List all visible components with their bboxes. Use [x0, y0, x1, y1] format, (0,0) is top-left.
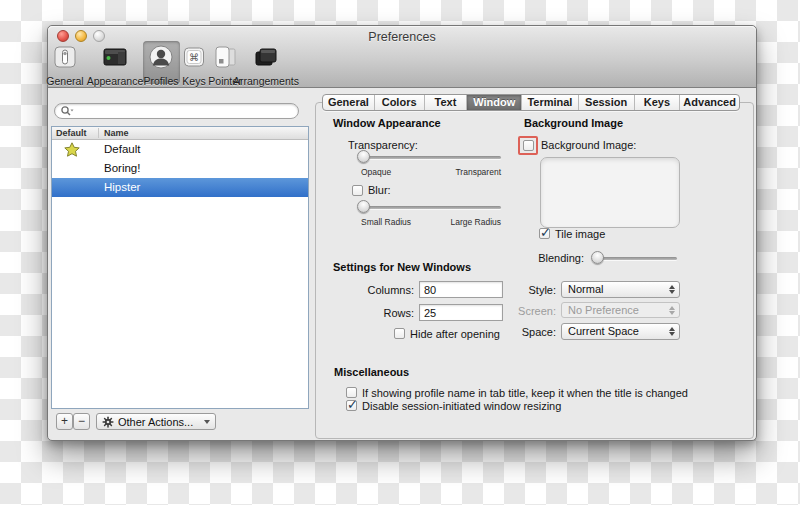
profile-name: Default — [104, 140, 140, 159]
space-label: Space: — [490, 326, 556, 338]
background-image-label: Background Image: — [541, 139, 636, 151]
transparency-slider[interactable] — [359, 156, 501, 159]
disable-resizing-label: Disable session-initiated window resizin… — [362, 400, 561, 412]
preferences-window: Preferences General Appearance Profiles — [47, 25, 757, 441]
remove-profile-button[interactable]: − — [73, 413, 90, 430]
transparency-min-label: Opaque — [361, 167, 391, 177]
screen-popup: No Preference — [561, 302, 680, 318]
transparency-max-label: Transparent — [431, 167, 501, 177]
rows-label: Rows: — [348, 307, 414, 319]
checkmark-icon: ✓ — [347, 397, 358, 412]
columns-label: Columns: — [348, 284, 414, 296]
popup-stepper-icon — [669, 327, 675, 336]
column-header-name[interactable]: Name — [104, 127, 129, 139]
gear-icon — [102, 416, 114, 428]
popup-stepper-icon — [669, 285, 675, 294]
checkmark-icon: ✓ — [540, 225, 551, 240]
table-row-default[interactable]: Default — [52, 140, 308, 159]
profiles-list-header[interactable]: Default Name — [52, 127, 308, 140]
dropdown-arrow-icon — [204, 420, 210, 424]
tile-image-checkbox[interactable]: ✓ — [539, 228, 550, 239]
blur-checkbox[interactable] — [352, 185, 363, 196]
tab-text[interactable]: Text — [424, 95, 467, 110]
arrangements-icon — [253, 44, 279, 70]
blur-label: Blur: — [368, 184, 391, 196]
profile-name: Hipster — [104, 178, 140, 197]
hide-after-opening-label: Hide after opening — [410, 328, 500, 340]
tab-colors[interactable]: Colors — [374, 95, 424, 110]
toolbar-item-arrangements[interactable]: Arrangements — [221, 44, 311, 87]
search-icon — [60, 105, 74, 117]
blur-min-label: Small Radius — [361, 217, 411, 227]
title-bar[interactable]: Preferences General Appearance Profiles — [48, 26, 756, 88]
table-row-hipster-selected[interactable]: Hipster — [52, 178, 308, 197]
blending-slider-knob[interactable] — [591, 251, 604, 264]
tab-terminal[interactable]: Terminal — [521, 95, 578, 110]
tab-session[interactable]: Session — [578, 95, 634, 110]
screen-popup-value: No Preference — [568, 304, 639, 316]
transparent-desktop-background: Preferences General Appearance Profiles — [0, 0, 800, 505]
transparency-slider-knob[interactable] — [357, 150, 370, 163]
new-windows-heading: Settings for New Windows — [333, 261, 471, 273]
blur-slider[interactable] — [359, 206, 501, 209]
space-popup-value: Current Space — [568, 325, 639, 337]
window-appearance-heading: Window Appearance — [333, 117, 441, 129]
column-header-default[interactable]: Default — [56, 127, 87, 139]
column-divider — [98, 128, 99, 138]
screen-label: Screen: — [490, 305, 556, 317]
tab-bar: General Colors Text Window Terminal Sess… — [322, 94, 740, 111]
blur-slider-knob[interactable] — [357, 200, 370, 213]
other-actions-label: Other Actions... — [118, 416, 193, 428]
tab-general[interactable]: General — [323, 95, 374, 110]
transparency-label: Transparency: — [348, 139, 418, 151]
tile-image-label: Tile image — [555, 228, 605, 240]
space-popup[interactable]: Current Space — [561, 323, 680, 340]
table-row-boring[interactable]: Boring! — [52, 159, 308, 178]
hide-after-opening-checkbox[interactable] — [394, 328, 405, 339]
style-label: Style: — [490, 284, 556, 296]
tab-advanced[interactable]: Advanced — [679, 95, 739, 110]
style-popup[interactable]: Normal — [561, 281, 680, 298]
search-input[interactable] — [76, 105, 298, 117]
other-actions-button[interactable]: Other Actions... — [96, 413, 216, 430]
blending-label: Blending: — [518, 252, 584, 264]
add-profile-button[interactable]: + — [56, 413, 73, 430]
blur-max-label: Large Radius — [431, 217, 501, 227]
disable-resizing-checkbox[interactable]: ✓ — [346, 400, 357, 411]
search-field[interactable] — [54, 103, 299, 119]
background-image-checkbox[interactable] — [523, 140, 534, 151]
tab-keys[interactable]: Keys — [634, 95, 680, 110]
blending-slider[interactable] — [593, 257, 677, 260]
profiles-list[interactable]: Default Name Default Boring! Hipster — [51, 126, 309, 409]
popup-stepper-icon — [669, 306, 675, 315]
tab-window[interactable]: Window — [466, 95, 521, 110]
profile-name: Boring! — [104, 159, 140, 178]
style-popup-value: Normal — [568, 283, 603, 295]
profile-name-tab-title-label: If showing profile name in tab title, ke… — [362, 387, 688, 399]
background-image-well[interactable] — [540, 157, 680, 228]
background-image-heading: Background Image — [524, 117, 623, 129]
miscellaneous-heading: Miscellaneous — [334, 366, 409, 378]
